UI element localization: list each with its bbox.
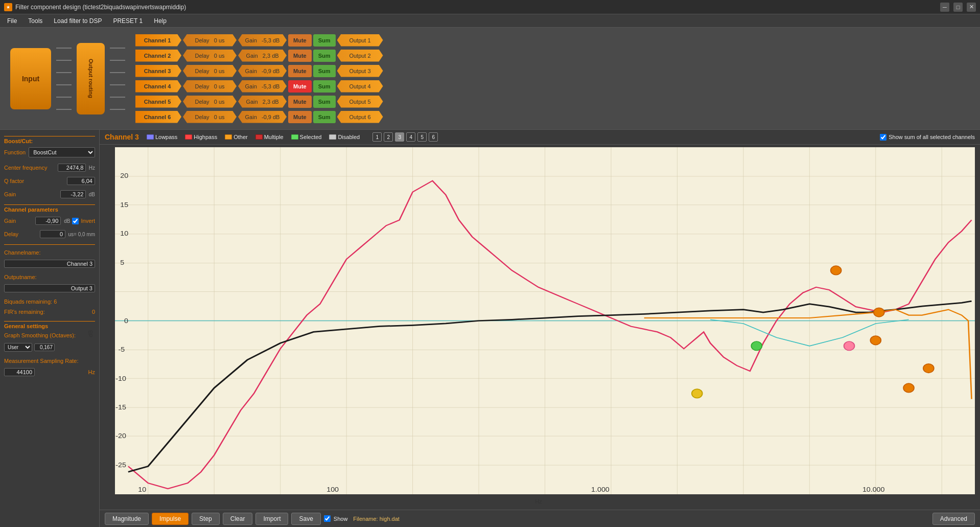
output-block-6[interactable]: Output 6: [337, 111, 383, 123]
sum-btn-3[interactable]: Sum: [313, 65, 336, 77]
delay-block-1[interactable]: Delay 0 us: [183, 34, 237, 47]
filter-dot-7[interactable]: [903, 383, 914, 393]
channel-name-3[interactable]: Channel 3: [135, 65, 181, 77]
channelname-title: [4, 244, 95, 246]
ch4-checkbox[interactable]: 4: [406, 132, 415, 142]
output-block-5[interactable]: Output 5: [337, 96, 383, 108]
channel-name-2[interactable]: Channel 2: [135, 50, 181, 62]
gain-block-1[interactable]: Gain -5,3 dB: [238, 34, 287, 47]
smoothing-select[interactable]: User 1/3 1/6 1/12 None: [4, 343, 32, 352]
output-block-4[interactable]: Output 4: [337, 80, 383, 93]
invert-checkbox[interactable]: [72, 218, 79, 224]
center-freq-input[interactable]: [58, 164, 86, 172]
svg-text:100: 100: [326, 486, 339, 493]
menu-load-filter[interactable]: Load filter to DSP: [49, 16, 107, 26]
mute-btn-2[interactable]: Mute: [288, 50, 312, 62]
legend-other: Other: [225, 134, 248, 140]
filter-dot-6[interactable]: [923, 364, 934, 373]
magnitude-button[interactable]: Magnitude: [105, 513, 149, 525]
yaxis-label: dB: [87, 330, 94, 337]
import-button[interactable]: Import: [255, 513, 288, 525]
filter-dot-8[interactable]: [874, 308, 884, 317]
gain-block-3[interactable]: Gain -0,9 dB: [238, 65, 287, 77]
save-button[interactable]: Save: [291, 513, 320, 525]
chart-area: Channel 3 Lowpass Highpass Other Multipl…: [100, 130, 980, 527]
menu-help[interactable]: Help: [149, 16, 172, 26]
ch5-checkbox[interactable]: 5: [417, 132, 427, 142]
sum-btn-4[interactable]: Sum: [313, 80, 336, 93]
sum-btn-1[interactable]: Sum: [313, 34, 336, 47]
invert-label: Invert: [81, 218, 95, 224]
delay-block-6[interactable]: Delay 0 us: [183, 111, 237, 123]
filter-dot-2[interactable]: [751, 341, 762, 351]
channel-name-1[interactable]: Channel 1: [135, 34, 181, 47]
clear-button[interactable]: Clear: [223, 513, 253, 525]
mute-btn-1[interactable]: Mute: [288, 34, 312, 47]
lowpass-label: Lowpass: [155, 134, 177, 140]
impulse-button[interactable]: Impulse: [152, 513, 189, 525]
channel-name-6[interactable]: Channel 6: [135, 111, 181, 123]
ch6-checkbox[interactable]: 6: [429, 132, 438, 142]
fir-value: 0: [92, 309, 95, 315]
chart-canvas[interactable]: 20 15 10 5 0 -5 -10 -15 -20 -25 10 100 1…: [115, 147, 975, 494]
filter-dot-3[interactable]: [844, 341, 855, 351]
outputname-input[interactable]: [4, 284, 95, 292]
mute-btn-5[interactable]: Mute: [288, 96, 312, 108]
output-block-2[interactable]: Output 2: [337, 50, 383, 62]
mute-btn-4[interactable]: Mute: [288, 80, 312, 93]
gain-block-4[interactable]: Gain -5,3 dB: [238, 80, 287, 93]
filter-dot-5[interactable]: [692, 389, 703, 398]
input-block: Input: [10, 48, 51, 109]
channel-row-5: Channel 5 Delay 0 us Gain 2,3 dB Mute Su…: [135, 95, 383, 108]
svg-text:20: 20: [120, 172, 128, 179]
gain-block-5[interactable]: Gain 2,3 dB: [238, 96, 287, 108]
disabled-color: [329, 134, 336, 140]
filter-dot-4[interactable]: [870, 336, 881, 345]
gain-input[interactable]: [60, 190, 86, 198]
delay-block-5[interactable]: Delay 0 us: [183, 96, 237, 108]
mute-btn-3[interactable]: Mute: [288, 65, 312, 77]
delay-block-3[interactable]: Delay 0 us: [183, 65, 237, 77]
output-block-1[interactable]: Output 1: [337, 34, 383, 47]
delay-block-4[interactable]: Delay 0 us: [183, 80, 237, 93]
advanced-button[interactable]: Advanced: [932, 513, 975, 525]
sum-btn-2[interactable]: Sum: [313, 50, 336, 62]
menu-preset1[interactable]: PRESET 1: [108, 16, 148, 26]
step-button[interactable]: Step: [192, 513, 220, 525]
ch3-checkbox[interactable]: 3: [395, 132, 404, 142]
show-sum-checkbox[interactable]: [880, 134, 886, 141]
menu-file[interactable]: File: [2, 16, 22, 26]
channel-row-2: Channel 2 Delay 0 us Gain 2,3 dB Mute Su…: [135, 49, 383, 62]
delay-block-2[interactable]: Delay 0 us: [183, 50, 237, 62]
channels-area: Channel 1 Delay 0 us Gain -5,3 dB Mute S…: [135, 34, 383, 124]
ch1-checkbox[interactable]: 1: [372, 132, 382, 142]
sampling-label: Measurement Sampling Rate:: [4, 358, 95, 364]
maximize-button[interactable]: □: [953, 3, 963, 12]
input-connector: [56, 38, 72, 120]
sampling-input[interactable]: [4, 368, 35, 376]
show-checkbox[interactable]: [324, 515, 331, 522]
ch-gain-input[interactable]: [35, 217, 61, 225]
channelname-input[interactable]: [4, 260, 95, 268]
window-title: Filter component design (tictest2biquads…: [15, 4, 186, 11]
output-block-3[interactable]: Output 3: [337, 65, 383, 77]
filter-dot-1[interactable]: [831, 266, 842, 275]
ch2-checkbox[interactable]: 2: [384, 132, 393, 142]
gain-block-6[interactable]: Gain -0,9 dB: [238, 111, 287, 123]
menu-tools[interactable]: Tools: [23, 16, 48, 26]
channel-name-5[interactable]: Channel 5: [135, 96, 181, 108]
close-button[interactable]: ✕: [967, 3, 976, 12]
center-freq-unit: Hz: [89, 165, 95, 171]
function-select[interactable]: BoostCut Lowpass Highpass Bandpass Notch…: [29, 147, 95, 157]
smoothing-value[interactable]: [34, 343, 55, 351]
sum-btn-5[interactable]: Sum: [313, 96, 336, 108]
ch-delay-input[interactable]: [40, 230, 65, 238]
ch-gain-unit: dB: [64, 218, 70, 224]
minimize-button[interactable]: ─: [940, 3, 949, 12]
gain-block-2[interactable]: Gain 2,3 dB: [238, 50, 287, 62]
sum-btn-6[interactable]: Sum: [313, 111, 336, 123]
q-factor-input[interactable]: [67, 177, 95, 185]
smoothing-row: User 1/3 1/6 1/12 None: [4, 343, 95, 352]
channel-name-4[interactable]: Channel 4: [135, 80, 181, 93]
mute-btn-6[interactable]: Mute: [288, 111, 312, 123]
